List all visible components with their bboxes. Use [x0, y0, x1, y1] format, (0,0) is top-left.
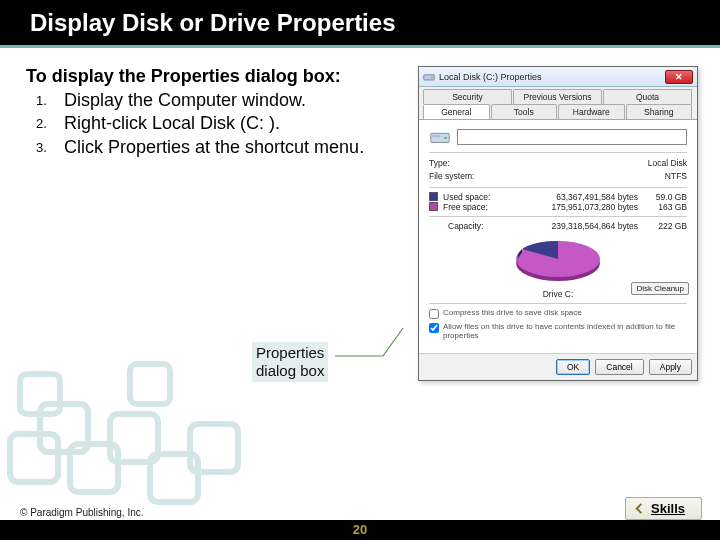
tab-general[interactable]: General — [423, 104, 490, 119]
free-bytes: 175,951,073,280 bytes — [508, 202, 638, 212]
properties-dialog: Local Disk (C:) Properties ✕ Security Pr… — [418, 66, 698, 381]
disk-cleanup-button[interactable]: Disk Cleanup — [631, 282, 689, 295]
used-gb: 59.0 GB — [643, 192, 687, 202]
copyright-text: © Paradigm Publishing, Inc. — [20, 507, 144, 518]
apply-button[interactable]: Apply — [649, 359, 692, 375]
tab-previous-versions[interactable]: Previous Versions — [513, 89, 602, 104]
callout-label: Properties dialog box — [252, 342, 328, 382]
tab-quota[interactable]: Quota — [603, 89, 692, 104]
intro-text: To display the Properties dialog box: — [26, 66, 400, 87]
title-bar: Display Disk or Drive Properties — [0, 0, 720, 48]
dialog-body: Type:Local Disk File system:NTFS Used sp… — [419, 119, 697, 353]
free-swatch — [429, 202, 438, 211]
slide-title: Display Disk or Drive Properties — [30, 9, 395, 37]
dialog-titlebar: Local Disk (C:) Properties ✕ — [419, 67, 697, 87]
cancel-button[interactable]: Cancel — [595, 359, 643, 375]
step-item: Click Properties at the shortcut menu. — [36, 136, 400, 159]
volume-label-input[interactable] — [457, 129, 687, 145]
close-icon: ✕ — [675, 72, 683, 82]
index-checkbox[interactable] — [429, 323, 439, 333]
close-button[interactable]: ✕ — [665, 70, 693, 84]
used-bytes: 63,367,491,584 bytes — [508, 192, 638, 202]
tab-sharing[interactable]: Sharing — [626, 104, 693, 119]
filesystem-label: File system: — [429, 170, 474, 183]
dialog-title: Local Disk (C:) Properties — [439, 72, 542, 82]
svg-point-1 — [431, 76, 433, 78]
used-label: Used space: — [443, 192, 503, 202]
capacity-label: Capacity: — [448, 221, 508, 231]
svg-rect-10 — [110, 414, 158, 462]
svg-rect-11 — [150, 454, 198, 502]
steps-list: Display the Computer window. Right-click… — [36, 89, 400, 159]
compress-label: Compress this drive to save disk space — [443, 308, 582, 317]
drive-large-icon — [429, 126, 451, 148]
index-label: Allow files on this drive to have conten… — [443, 322, 687, 340]
free-gb: 163 GB — [643, 202, 687, 212]
svg-rect-4 — [433, 135, 440, 137]
usage-pie-chart: Drive C: Disk Cleanup — [429, 237, 687, 299]
content-area: To display the Properties dialog box: Di… — [0, 48, 720, 381]
svg-rect-12 — [190, 424, 238, 472]
free-label: Free space: — [443, 202, 503, 212]
page-number: 20 — [353, 522, 367, 537]
dialog-footer: OK Cancel Apply — [419, 353, 697, 380]
filesystem-value: NTFS — [665, 170, 687, 183]
compress-checkbox[interactable] — [429, 309, 439, 319]
back-arrow-icon — [634, 503, 645, 514]
drive-icon — [423, 71, 435, 83]
svg-rect-9 — [70, 444, 118, 492]
dialog-tabs: Security Previous Versions Quota General… — [419, 87, 697, 119]
svg-point-3 — [444, 137, 446, 139]
instructions-column: To display the Properties dialog box: Di… — [26, 66, 400, 381]
type-value: Local Disk — [648, 157, 687, 170]
drive-caption: Drive C: — [543, 289, 574, 299]
capacity-gb: 222 GB — [643, 221, 687, 231]
step-item: Right-click Local Disk (C: ). — [36, 112, 400, 135]
skills-button[interactable]: Skills — [625, 497, 702, 520]
tab-security[interactable]: Security — [423, 89, 512, 104]
ok-button[interactable]: OK — [556, 359, 590, 375]
svg-rect-7 — [10, 434, 58, 482]
svg-rect-8 — [40, 404, 88, 452]
used-swatch — [429, 192, 438, 201]
capacity-bytes: 239,318,564,864 bytes — [513, 221, 638, 231]
type-label: Type: — [429, 157, 450, 170]
skills-label: Skills — [651, 501, 685, 516]
tab-tools[interactable]: Tools — [491, 104, 558, 119]
tab-hardware[interactable]: Hardware — [558, 104, 625, 119]
step-item: Display the Computer window. — [36, 89, 400, 112]
